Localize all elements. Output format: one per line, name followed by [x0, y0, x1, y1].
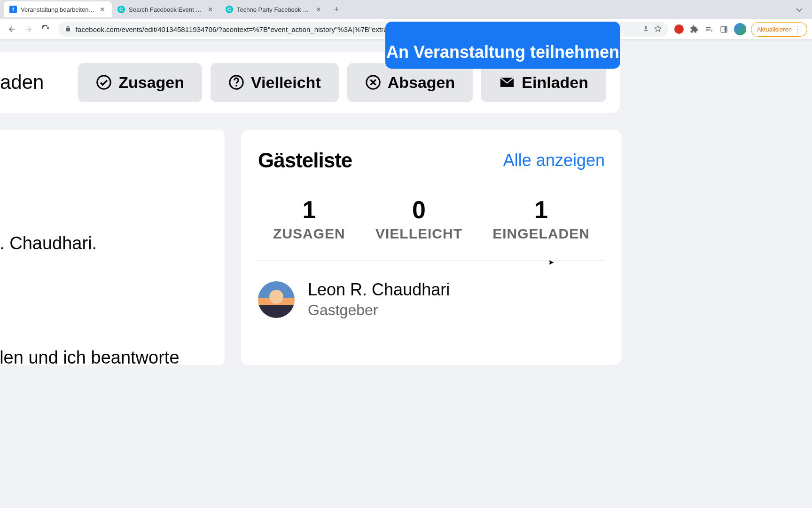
tab-2[interactable]: C Search Facebook Event Cover ✕	[112, 1, 220, 17]
page-content: An Veranstaltung teilnehmen aden Zusagen…	[0, 40, 812, 508]
guestlist-card: Gästeliste Alle anzeigen 1 ZUSAGEN 0 VIE…	[241, 130, 622, 365]
toolbar-actions: Aktualisieren ⋮	[674, 22, 807, 37]
maybe-label: Vielleicht	[251, 73, 321, 92]
tab-bar: f Veranstaltung bearbeiten | Fac ✕ C Sea…	[0, 0, 812, 19]
update-button[interactable]: Aktualisieren ⋮	[751, 22, 807, 37]
bookmark-icon[interactable]	[654, 25, 662, 34]
extension-icon[interactable]	[674, 24, 684, 34]
host-name: Leon R. Chaudhari	[308, 280, 450, 300]
stat-invited[interactable]: 1 EINGELADEN	[492, 196, 590, 242]
update-label: Aktualisieren	[757, 26, 792, 33]
svg-rect-1	[725, 27, 726, 32]
stat-invited-count: 1	[492, 196, 590, 224]
rsvp-cutoff-text: aden	[0, 71, 70, 94]
attend-event-banner[interactable]: An Veranstaltung teilnehmen	[385, 22, 620, 69]
attend-label: An Veranstaltung teilnehmen	[386, 42, 619, 62]
stat-going-label: ZUSAGEN	[273, 226, 345, 242]
host-role: Gastgeber	[308, 302, 450, 319]
forward-button[interactable]	[22, 22, 36, 36]
close-tab-icon[interactable]: ✕	[315, 5, 322, 14]
extensions-puzzle-icon[interactable]	[689, 24, 699, 34]
back-button[interactable]	[5, 22, 19, 36]
share-icon[interactable]	[642, 25, 649, 33]
profile-avatar[interactable]	[734, 23, 746, 35]
svg-point-4	[235, 85, 237, 87]
guestlist-header: Gästeliste Alle anzeigen	[258, 149, 605, 172]
cant-go-label: Absagen	[388, 73, 455, 92]
facebook-favicon: f	[9, 6, 17, 13]
stat-going-count: 1	[273, 196, 345, 224]
tabs-dropdown-icon[interactable]	[790, 2, 808, 16]
close-tab-icon[interactable]: ✕	[207, 5, 214, 14]
tab-title: Techno Party Facebook Event	[237, 6, 311, 13]
details-text-1: n R. Chaudhari.	[0, 233, 206, 254]
reload-button[interactable]	[39, 22, 53, 36]
going-label: Zusagen	[118, 73, 184, 92]
stat-maybe[interactable]: 0 VIELLEICHT	[375, 196, 462, 242]
details-card: n R. Chaudhari. stellen und ich beantwor…	[0, 130, 225, 365]
new-tab-button[interactable]: +	[330, 3, 343, 16]
host-row[interactable]: Leon R. Chaudhari Gastgeber	[258, 280, 605, 319]
tab-3[interactable]: C Techno Party Facebook Event ✕	[220, 1, 328, 17]
question-circle-icon	[228, 74, 244, 90]
stat-maybe-count: 0	[375, 196, 462, 224]
invite-label: Einladen	[522, 73, 588, 92]
going-button[interactable]: Zusagen	[78, 63, 202, 102]
stat-invited-label: EINGELADEN	[492, 226, 590, 242]
tab-1[interactable]: f Veranstaltung bearbeiten | Fac ✕	[4, 1, 112, 17]
svg-point-2	[97, 76, 110, 89]
canva-favicon: C	[226, 6, 233, 13]
details-text-2: stellen und ich beantworte	[0, 348, 206, 365]
canva-favicon: C	[117, 6, 125, 13]
tab-title: Veranstaltung bearbeiten | Fac	[21, 6, 95, 13]
maybe-button[interactable]: Vielleicht	[211, 63, 339, 102]
guestlist-title: Gästeliste	[258, 149, 352, 172]
view-all-link[interactable]: Alle anzeigen	[503, 151, 605, 170]
host-avatar	[258, 281, 295, 318]
close-tab-icon[interactable]: ✕	[99, 5, 106, 14]
lock-icon	[65, 25, 71, 33]
check-circle-icon	[96, 74, 112, 90]
stats-row: 1 ZUSAGEN 0 VIELLEICHT 1 EINGELADEN	[258, 196, 605, 261]
x-circle-icon	[365, 74, 381, 90]
stat-maybe-label: VIELLEICHT	[375, 226, 462, 242]
stat-going[interactable]: 1 ZUSAGEN	[273, 196, 345, 242]
panel-icon[interactable]	[719, 24, 729, 34]
content-row: n R. Chaudhari. stellen und ich beantwor…	[0, 130, 812, 365]
playlist-icon[interactable]	[704, 24, 714, 34]
envelope-icon	[499, 74, 515, 90]
tab-title: Search Facebook Event Cover	[129, 6, 203, 13]
menu-dots-icon[interactable]: ⋮	[794, 25, 801, 34]
